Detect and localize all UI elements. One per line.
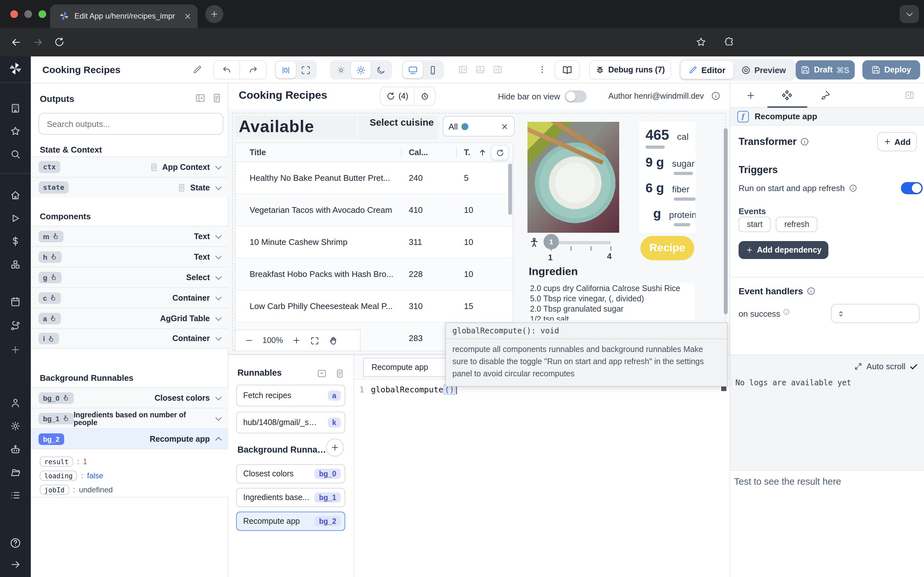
styling-brush-icon[interactable] (820, 90, 831, 101)
background-runnable-card-selected[interactable]: Recompute app bg_2 (236, 512, 345, 531)
info-icon[interactable] (783, 308, 790, 316)
forward-icon[interactable] (32, 37, 44, 48)
info-icon[interactable] (849, 184, 857, 192)
component-row[interactable]: a AgGrid Table (31, 308, 228, 328)
collapse-box-icon[interactable] (317, 369, 326, 378)
mobile-view-button[interactable] (423, 61, 443, 78)
component-settings-icon[interactable] (782, 90, 792, 101)
table-row[interactable]: Healthy No Bake Peanut Butter Pret...240… (236, 162, 513, 194)
chevron-down-icon[interactable] (215, 253, 222, 259)
deploy-button[interactable]: Deploy (863, 60, 920, 79)
zoom-out-icon[interactable] (244, 336, 254, 345)
runnable-card[interactable]: Fetch recipes a (236, 385, 345, 406)
windmill-logo[interactable] (8, 61, 23, 76)
output-row-ctx[interactable]: ctx App Context (31, 156, 228, 177)
clear-select-x-icon[interactable] (501, 122, 509, 131)
schedules-calendar-icon[interactable] (10, 296, 21, 307)
table-row[interactable]: Low Carb Philly Cheesesteak Meal P...310… (236, 290, 513, 322)
zoom-in-icon[interactable] (292, 336, 301, 345)
settings-gear-icon[interactable] (10, 421, 21, 432)
cuisine-select[interactable]: All (443, 116, 515, 137)
chevron-down-icon[interactable] (215, 232, 222, 239)
auto-scroll-checkbox[interactable] (909, 362, 918, 371)
window-minimize-button[interactable] (24, 10, 32, 18)
background-runnable-row[interactable]: bg_0 Closest colors (31, 387, 228, 408)
fullwidth-layout-button[interactable] (296, 61, 316, 78)
run-on-start-toggle[interactable] (901, 182, 923, 194)
desktop-view-button[interactable] (403, 61, 423, 78)
refresh-app-button[interactable]: (4) (381, 87, 415, 105)
search-icon[interactable] (10, 149, 21, 160)
chevron-down-icon[interactable] (215, 293, 222, 300)
component-row[interactable]: i Container (31, 328, 228, 349)
new-tab-button[interactable] (205, 5, 223, 23)
component-row[interactable]: h Text (31, 246, 228, 267)
extensions-icon[interactable] (724, 37, 735, 47)
table-refresh-button[interactable] (491, 145, 509, 160)
component-row[interactable]: g Select (31, 267, 228, 287)
debug-runs-button[interactable]: Debug runs (7) (589, 60, 671, 79)
col-time[interactable]: T. (464, 148, 470, 157)
folders-icon[interactable] (10, 467, 21, 478)
background-runnable-card[interactable]: Ingredients base... bg_1 (236, 488, 345, 507)
theme-light-button[interactable] (351, 61, 371, 78)
center-layout-button[interactable] (276, 61, 296, 78)
variables-dollar-icon[interactable] (10, 236, 21, 247)
chevron-down-icon[interactable] (215, 414, 222, 421)
component-row[interactable]: c Container (31, 287, 228, 308)
resources-cubes-icon[interactable] (10, 259, 21, 270)
chevron-up-icon[interactable] (215, 437, 222, 443)
heading-component[interactable]: Available (235, 115, 357, 139)
info-icon[interactable] (807, 287, 816, 295)
recipe-button[interactable]: Recipe (640, 236, 694, 260)
table-row[interactable]: 10 Minute Cashew Shrimp31110 (236, 226, 513, 258)
draft-button[interactable]: Draft ⌘S (796, 60, 855, 79)
chevron-down-icon[interactable] (215, 334, 222, 341)
search-outputs-input[interactable] (39, 113, 223, 135)
docs-button[interactable] (554, 60, 580, 79)
search-tabs-button[interactable] (900, 5, 919, 23)
background-runnable-row[interactable]: bg_1 Ingredients based on number of peop… (31, 408, 228, 428)
tab-editor[interactable]: Editor (681, 61, 733, 79)
info-icon[interactable] (800, 137, 809, 146)
logs-list-icon[interactable] (10, 490, 21, 501)
users-person-icon[interactable] (10, 398, 21, 408)
panel-bottom-icon[interactable] (475, 65, 485, 74)
table-row[interactable]: Vegetarian Tacos with Avocado Cream41010 (236, 194, 513, 226)
bookmark-star-icon[interactable] (696, 37, 706, 47)
chevron-down-icon[interactable] (215, 394, 222, 400)
chevron-down-icon[interactable] (215, 163, 222, 169)
runnable-card[interactable]: hub/1408/gmail/_sen... k (236, 412, 345, 434)
browser-tab[interactable]: Edit App u/henri/recipes_impr (50, 5, 198, 28)
undo-button[interactable] (214, 61, 240, 78)
doc-panel-icon[interactable] (212, 93, 222, 103)
chevron-down-icon[interactable] (215, 273, 222, 279)
fit-view-icon[interactable] (310, 335, 320, 345)
chevron-down-icon[interactable] (215, 314, 222, 321)
output-row-state[interactable]: state State (31, 177, 228, 197)
favorites-star-icon[interactable] (10, 126, 21, 137)
tab-preview[interactable]: Preview (733, 61, 793, 79)
back-icon[interactable] (10, 37, 22, 48)
insert-component-plus-icon[interactable] (746, 90, 756, 101)
tab-close-icon[interactable] (184, 12, 192, 21)
chevron-down-icon[interactable] (215, 183, 222, 190)
add-transformer-button[interactable]: Add (877, 132, 917, 151)
collapse-panel-right-icon[interactable] (905, 90, 914, 100)
workspace-icon[interactable] (10, 103, 21, 113)
expand-logs-icon[interactable] (855, 362, 863, 371)
add-background-runnable-button[interactable] (326, 438, 344, 456)
code-line[interactable]: globalRecompute()​ (371, 385, 457, 394)
col-title[interactable]: Title (250, 148, 266, 157)
canvas-scrollbar[interactable] (724, 128, 728, 314)
sort-up-arrow-icon[interactable] (478, 148, 487, 157)
collapse-panel-icon[interactable] (195, 93, 205, 103)
background-runnable-card[interactable]: Closest colors bg_0 (236, 464, 345, 484)
home-icon[interactable] (10, 190, 21, 201)
edit-title-pencil-icon[interactable] (192, 65, 202, 74)
table-row[interactable]: Breakfast Hobo Packs with Hash Bro...228… (236, 258, 513, 290)
col-cal[interactable]: Cal... (409, 148, 428, 157)
more-menu-icon[interactable] (538, 65, 547, 74)
hide-bar-toggle[interactable] (565, 90, 586, 103)
component-row[interactable]: m Text (31, 226, 228, 246)
